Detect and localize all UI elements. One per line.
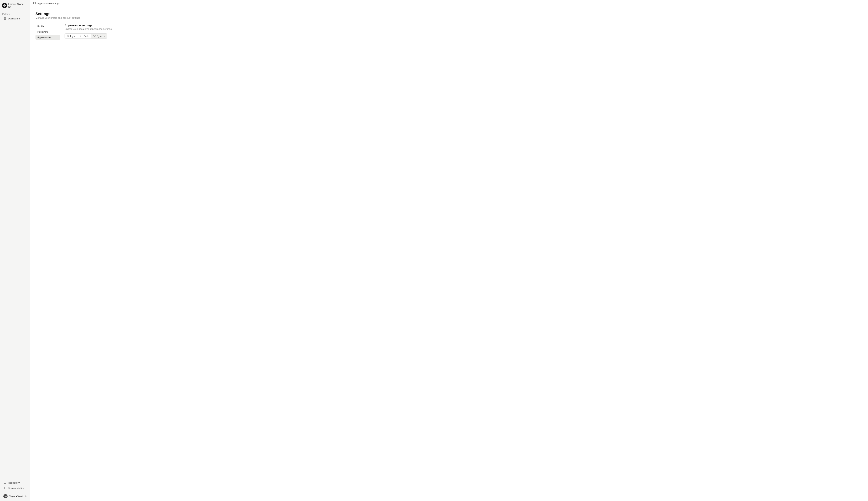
sidebar-divider xyxy=(1,492,29,492)
main-content: Appearance settings Settings Manage your… xyxy=(30,0,868,501)
theme-dark-label: Dark xyxy=(83,35,88,38)
sidebar: Laravel Starter Kit Platform Dashboard R… xyxy=(0,0,30,501)
svg-rect-6 xyxy=(34,2,36,4)
svg-rect-1 xyxy=(5,18,6,18)
sun-icon: ☀ xyxy=(67,35,69,38)
settings-nav-password[interactable]: Password xyxy=(35,29,60,34)
page-subtitle: Manage your profile and account settings xyxy=(35,17,863,19)
settings-panel: Appearance settings Update your account'… xyxy=(65,24,863,40)
sidebar-item-repository[interactable]: Repository xyxy=(1,480,29,485)
topbar-title: Appearance settings xyxy=(38,2,60,5)
settings-layout: Profile Password Appearance Appearance s… xyxy=(35,24,863,40)
sidebar-item-documentation[interactable]: Documentation xyxy=(1,485,29,491)
svg-rect-9 xyxy=(94,35,96,36)
sidebar-header: Laravel Starter Kit xyxy=(0,0,30,11)
settings-nav-appearance[interactable]: Appearance xyxy=(35,35,60,40)
svg-rect-2 xyxy=(4,19,5,19)
sidebar-item-dashboard-label: Dashboard xyxy=(8,17,20,20)
user-menu[interactable]: TO Taylor Otwell ⇅ xyxy=(1,493,29,500)
app-name: Laravel Starter Kit xyxy=(8,3,28,8)
theme-switcher: ☀ Light ☾ Dark xyxy=(65,33,107,39)
layout-icon xyxy=(33,2,36,5)
monitor-icon xyxy=(93,34,96,38)
theme-system-label: System xyxy=(97,35,105,38)
book-icon xyxy=(3,487,7,490)
avatar: TO xyxy=(3,494,8,498)
svg-rect-4 xyxy=(4,487,6,489)
chevron-updown-icon: ⇅ xyxy=(25,495,27,498)
svg-rect-3 xyxy=(5,19,6,19)
topbar: Appearance settings xyxy=(30,0,868,7)
app-logo-icon xyxy=(2,3,7,8)
moon-icon: ☾ xyxy=(80,35,83,38)
sidebar-item-repository-label: Repository xyxy=(8,481,20,484)
theme-light-button[interactable]: ☀ Light xyxy=(65,34,78,39)
theme-system-button[interactable]: System xyxy=(91,34,107,39)
platform-section-label: Platform xyxy=(0,11,30,16)
sidebar-item-dashboard[interactable]: Dashboard xyxy=(1,16,29,21)
user-name: Taylor Otwell xyxy=(9,495,23,498)
dashboard-icon xyxy=(3,17,7,20)
settings-nav: Profile Password Appearance xyxy=(35,24,60,40)
theme-light-label: Light xyxy=(70,35,75,38)
page-body: Settings Manage your profile and account… xyxy=(30,7,868,501)
sidebar-item-documentation-label: Documentation xyxy=(8,487,24,490)
panel-description: Update your account's appearance setting… xyxy=(65,28,863,30)
folder-icon xyxy=(3,481,7,484)
panel-title: Appearance settings xyxy=(65,24,863,27)
sidebar-bottom: Repository Documentation TO Taylor Otwel… xyxy=(0,479,30,501)
page-title: Settings xyxy=(35,12,863,16)
theme-dark-button[interactable]: ☾ Dark xyxy=(78,34,91,39)
svg-rect-0 xyxy=(4,18,5,18)
settings-nav-profile[interactable]: Profile xyxy=(35,24,60,29)
